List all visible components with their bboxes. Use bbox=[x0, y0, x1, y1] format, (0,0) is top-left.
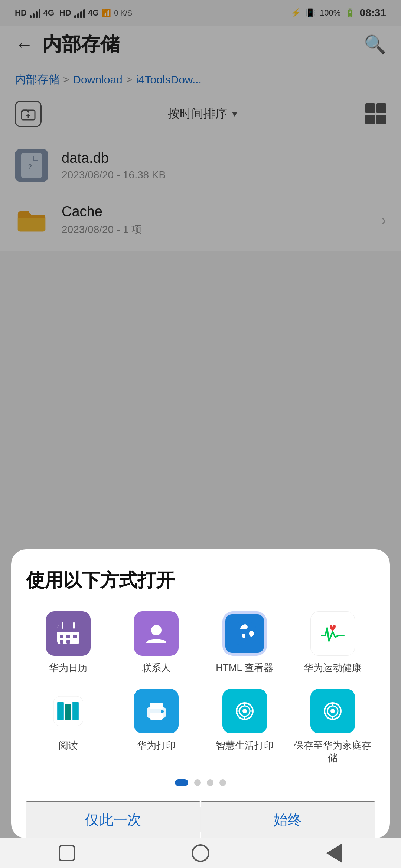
pagination-dots bbox=[26, 779, 375, 786]
app-label-calendar: 华为日历 bbox=[49, 662, 88, 674]
bottom-sheet: 使用以下方式打开 bbox=[11, 549, 390, 838]
app-item-print[interactable]: 华为打印 bbox=[114, 689, 199, 765]
nav-circle-icon bbox=[192, 844, 209, 862]
svg-point-28 bbox=[161, 710, 164, 713]
app-icon-wrap-contacts bbox=[134, 611, 179, 656]
app-icon-save bbox=[310, 689, 355, 733]
nav-recent-button[interactable] bbox=[52, 842, 82, 864]
svg-rect-27 bbox=[150, 713, 163, 720]
app-item-html-viewer[interactable]: HTML 查看器 bbox=[202, 611, 287, 674]
svg-rect-24 bbox=[73, 702, 78, 720]
dot-2 bbox=[194, 779, 201, 786]
navigation-bar bbox=[0, 838, 401, 868]
svg-rect-7 bbox=[57, 629, 79, 632]
app-icon-print bbox=[134, 689, 179, 733]
svg-point-15 bbox=[151, 625, 162, 635]
app-grid: 华为日历 联系人 bbox=[26, 611, 375, 765]
app-icon-wrap-print bbox=[134, 689, 179, 733]
app-icon-wrap-calendar bbox=[46, 611, 91, 656]
app-icon-contacts bbox=[134, 611, 179, 656]
nav-back-icon bbox=[326, 844, 342, 863]
app-label-health: 华为运动健康 bbox=[304, 662, 362, 674]
app-item-save[interactable]: 保存至华为家庭存储 bbox=[291, 689, 375, 765]
app-icon-health bbox=[310, 611, 355, 656]
open-once-button[interactable]: 仅此一次 bbox=[26, 801, 200, 838]
app-item-health[interactable]: 华为运动健康 bbox=[291, 611, 375, 674]
app-icon-wrap-html bbox=[222, 611, 267, 656]
svg-rect-22 bbox=[65, 704, 71, 720]
app-label-contacts: 联系人 bbox=[142, 662, 171, 674]
svg-point-31 bbox=[242, 709, 247, 713]
app-item-reading[interactable]: 阅读 bbox=[26, 689, 111, 765]
nav-home-button[interactable] bbox=[186, 842, 215, 864]
dot-3 bbox=[207, 779, 213, 786]
svg-rect-13 bbox=[60, 640, 63, 644]
app-icon-wrap-health bbox=[310, 611, 355, 656]
app-item-smart-print[interactable]: 智慧生活打印 bbox=[202, 689, 287, 765]
app-icon-wrap-save bbox=[310, 689, 355, 733]
nav-square-icon bbox=[59, 845, 75, 861]
app-label-reading: 阅读 bbox=[59, 739, 78, 752]
app-item-contacts[interactable]: 联系人 bbox=[114, 611, 199, 674]
nav-back-button[interactable] bbox=[319, 842, 349, 864]
app-label-smart-print: 智慧生活打印 bbox=[216, 739, 274, 752]
app-item-calendar[interactable]: 华为日历 bbox=[26, 611, 111, 674]
app-icon-wrap-smart-print bbox=[222, 689, 267, 733]
svg-rect-12 bbox=[73, 635, 77, 638]
svg-point-38 bbox=[330, 709, 335, 713]
svg-rect-11 bbox=[66, 635, 70, 638]
sheet-actions: 仅此一次 始终 bbox=[26, 801, 375, 838]
svg-rect-14 bbox=[66, 640, 70, 644]
svg-rect-26 bbox=[150, 703, 163, 709]
app-icon-html bbox=[225, 614, 264, 653]
app-label-save: 保存至华为家庭存储 bbox=[291, 739, 375, 765]
dot-4 bbox=[219, 779, 226, 786]
open-always-button[interactable]: 始终 bbox=[201, 801, 375, 838]
app-label-print: 华为打印 bbox=[137, 739, 176, 752]
svg-rect-20 bbox=[58, 702, 63, 720]
app-icon-reading bbox=[46, 689, 91, 733]
app-icon-calendar bbox=[46, 611, 91, 656]
sheet-title: 使用以下方式打开 bbox=[26, 568, 375, 593]
app-label-html: HTML 查看器 bbox=[216, 662, 273, 674]
svg-rect-10 bbox=[60, 635, 63, 638]
app-icon-wrap-reading bbox=[46, 689, 91, 733]
dot-1 bbox=[175, 779, 188, 786]
app-icon-smart-print bbox=[222, 689, 267, 733]
